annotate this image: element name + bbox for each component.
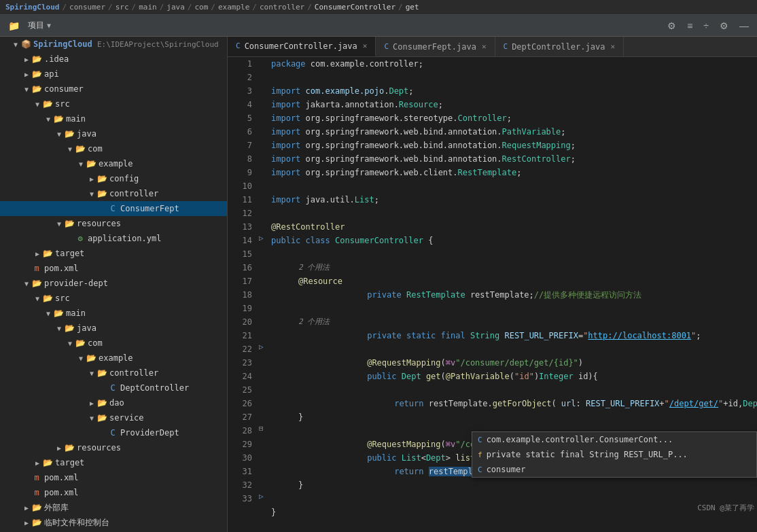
code-line-31 xyxy=(271,492,757,506)
controller-label: controller xyxy=(109,189,158,198)
java-provider-arrow: ▼ xyxy=(54,325,64,332)
code-editor[interactable]: 1 2 3 4 5 6 7 8 9 10 11 12 13 14 15 16 1 xyxy=(228,57,757,532)
code-line-15 xyxy=(271,247,757,261)
autocomplete-item-3[interactable]: C consumer xyxy=(472,462,756,477)
tree-example-provider[interactable]: ▼ 📂 example xyxy=(0,351,227,366)
controller-provider-folder-icon: 📂 xyxy=(96,368,107,378)
tab-consumer-controller[interactable]: C ConsumerController.java ✕ xyxy=(228,37,376,56)
provider-dept-class-label: ProviderDept xyxy=(120,428,179,438)
example-label: example xyxy=(99,159,133,169)
service-arrow: ▼ xyxy=(87,414,96,422)
code-line-9: import org.springframework.web.client.Re… xyxy=(271,166,757,179)
java-label: java xyxy=(77,129,96,139)
tree-dao[interactable]: ▶ 📂 dao xyxy=(0,395,227,410)
tree-com-provider[interactable]: ▼ 📂 com xyxy=(0,336,227,351)
tree-provider-dept-class[interactable]: C ProviderDept xyxy=(0,425,227,440)
breadcrumb-controller[interactable]: controller xyxy=(260,3,304,12)
dao-label: dao xyxy=(109,398,124,408)
breadcrumb-com[interactable]: com xyxy=(194,3,208,12)
breadcrumb-java[interactable]: java xyxy=(166,3,185,12)
tab-consumer-fept[interactable]: C ConsumerFept.java ✕ xyxy=(376,37,495,56)
code-line-11: import java.util.List; xyxy=(271,193,757,207)
pom-provider-icon: m xyxy=(31,472,42,483)
code-line-1: package com.example.controller; xyxy=(271,57,757,71)
controller-provider-arrow: ▼ xyxy=(87,370,96,377)
tab-dept-controller-close[interactable]: ✕ xyxy=(610,42,615,51)
main-provider-arrow: ▼ xyxy=(43,310,53,317)
idea-arrow: ▶ xyxy=(22,56,31,63)
breadcrumb-consumer[interactable]: consumer xyxy=(69,3,105,12)
java-provider-label: java xyxy=(77,323,96,333)
tree-main-provider[interactable]: ▼ 📂 main xyxy=(0,306,227,321)
gutter-fold-25[interactable]: ⊟ xyxy=(259,424,264,433)
code-line-7: import org.springframework.web.bind.anno… xyxy=(271,139,757,152)
tree-api[interactable]: ▶ 📂 api xyxy=(0,67,227,82)
folder-icon[interactable]: 📁 xyxy=(5,19,22,33)
pom-root-label: pom.xml xyxy=(44,488,79,497)
tab-consumer-controller-close[interactable]: ✕ xyxy=(363,41,368,50)
tree-controller-provider[interactable]: ▼ 📂 controller xyxy=(0,366,227,380)
example-arrow: ▼ xyxy=(76,160,86,168)
tree-target-consumer[interactable]: ▶ 📂 target xyxy=(0,246,227,261)
api-arrow: ▶ xyxy=(22,71,31,78)
tree-java[interactable]: ▼ 📂 java xyxy=(0,126,227,141)
tree-scratch[interactable]: ▶ 📂 临时文件和控制台 xyxy=(0,515,227,530)
tree-idea[interactable]: ▶ 📂 .idea xyxy=(0,52,227,67)
code-line-32: } xyxy=(271,506,757,519)
scratch-icon: 📂 xyxy=(31,517,42,528)
resources-provider-folder-icon: 📂 xyxy=(64,442,75,453)
com-provider-label: com xyxy=(88,338,103,348)
minimize-icon[interactable]: — xyxy=(737,19,752,33)
project-label[interactable]: 项目 ▼ xyxy=(28,20,51,31)
tree-config[interactable]: ▶ 📂 config xyxy=(0,171,227,186)
tree-consumer[interactable]: ▼ 📂 consumer xyxy=(0,82,227,96)
brand: SpiringCloud xyxy=(5,3,59,12)
tree-service[interactable]: ▼ 📂 service xyxy=(0,410,227,425)
tab-consumer-fept-close[interactable]: ✕ xyxy=(482,42,487,51)
autocomplete-item-2[interactable]: f private static final String REST_URL_P… xyxy=(472,447,756,462)
example-provider-folder-icon: 📂 xyxy=(86,353,96,363)
tree-pom-consumer[interactable]: m pom.xml xyxy=(0,261,227,276)
breadcrumb-src[interactable]: src xyxy=(116,3,129,12)
tab-dept-controller-icon: C xyxy=(504,42,508,51)
autocomplete-text-2: private static final String REST_URL_P..… xyxy=(487,450,688,459)
resources-folder-icon: 📂 xyxy=(64,218,75,229)
breadcrumb-method[interactable]: get xyxy=(406,3,419,12)
tree-provider-dept[interactable]: ▼ 📂 provider-dept xyxy=(0,276,227,291)
split-icon[interactable]: ÷ xyxy=(701,19,711,33)
tree-pom-provider[interactable]: m pom.xml xyxy=(0,470,227,485)
autocomplete-icon-2: f xyxy=(478,450,482,459)
tree-src-provider[interactable]: ▼ 📂 src xyxy=(0,291,227,306)
list-icon[interactable]: ≡ xyxy=(684,19,695,33)
tree-dept-controller[interactable]: C DeptController xyxy=(0,380,227,395)
tree-com[interactable]: ▼ 📂 com xyxy=(0,141,227,156)
tree-src[interactable]: ▼ 📂 src xyxy=(0,96,227,111)
tree-target-provider[interactable]: ▶ 📂 target xyxy=(0,455,227,470)
settings-icon[interactable]: ⚙ xyxy=(665,19,679,33)
tree-example[interactable]: ▼ 📂 example xyxy=(0,156,227,171)
tree-resources[interactable]: ▼ 📂 resources xyxy=(0,216,227,231)
breadcrumb-example[interactable]: example xyxy=(218,3,249,12)
consumer-folder-icon: 📂 xyxy=(31,84,42,94)
breadcrumb-class[interactable]: ConsumerController xyxy=(315,3,395,12)
tree-controller[interactable]: ▼ 📂 controller xyxy=(0,186,227,201)
idea-folder-icon: 📂 xyxy=(31,54,42,65)
api-folder-icon: 📂 xyxy=(31,69,42,79)
code-line-8: import org.springframework.web.bind.anno… xyxy=(271,152,757,166)
pom-root-icon: m xyxy=(31,487,42,498)
tree-resources-provider[interactable]: ▶ 📂 resources xyxy=(0,440,227,455)
tree-consumer-fept[interactable]: C ConsumerFept xyxy=(0,201,227,216)
tree-application-yml[interactable]: ⚙ application.yml xyxy=(0,231,227,246)
consumer-label: consumer xyxy=(44,84,84,94)
gear-icon[interactable]: ⚙ xyxy=(717,19,731,33)
tree-pom-root[interactable]: m pom.xml xyxy=(0,485,227,500)
breadcrumb-main[interactable]: main xyxy=(139,3,157,12)
code-line-6: import org.springframework.web.bind.anno… xyxy=(271,125,757,139)
tree-root[interactable]: ▼ 📦 SpiringCloud E:\IDEAProject\SpiringC… xyxy=(0,37,227,52)
tree-external-libs[interactable]: ▶ 📂 外部库 xyxy=(0,500,227,515)
tab-dept-controller[interactable]: C DeptController.java ✕ xyxy=(495,37,624,56)
tree-java-provider[interactable]: ▼ 📂 java xyxy=(0,321,227,336)
tree-main[interactable]: ▼ 📂 main xyxy=(0,111,227,126)
com-folder-icon: 📂 xyxy=(75,143,86,154)
autocomplete-item-1[interactable]: C com.example.controller.ConsumerCont... xyxy=(472,432,756,447)
